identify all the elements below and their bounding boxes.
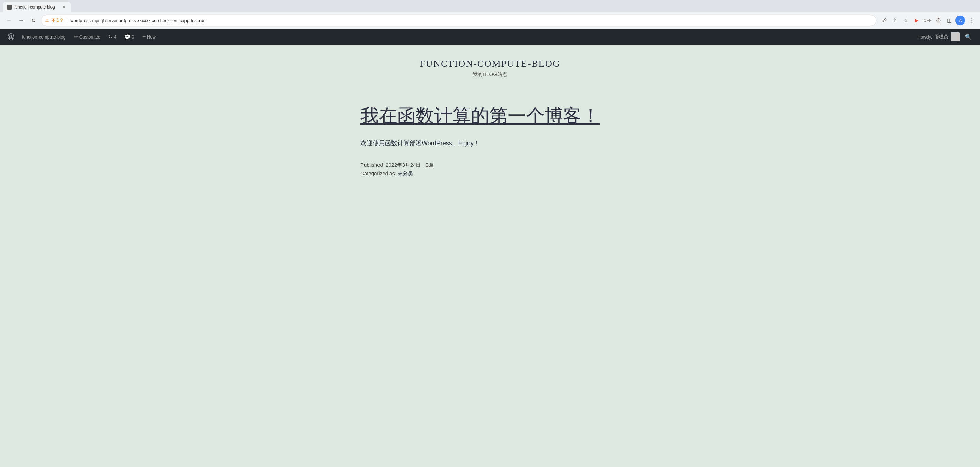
back-button[interactable]: ←	[4, 16, 14, 25]
profile-button[interactable]: A	[955, 16, 965, 25]
updates-link[interactable]: ↻ 4	[104, 29, 120, 44]
wp-admin-bar-left: function-compute-blog ✏ Customize ↻ 4 💬 …	[5, 29, 918, 44]
post-article: 我在函数计算的第一个博客！ 欢迎使用函数计算部署WordPress。Enjoy！…	[360, 105, 620, 177]
post-title[interactable]: 我在函数计算的第一个博客！	[360, 105, 620, 127]
browser-chrome: function-compute-blog ✕ ← → ↻ ⚠ 不安全 | wo…	[0, 0, 980, 29]
customize-link[interactable]: ✏ Customize	[70, 29, 104, 44]
howdy-username: 管理员	[935, 34, 948, 40]
comments-icon: 💬	[124, 34, 130, 40]
categorized-line: Categorized as 未分类	[360, 170, 620, 177]
post-excerpt: 欢迎使用函数计算部署WordPress。Enjoy！	[360, 138, 620, 149]
user-avatar	[951, 32, 959, 41]
published-line: Published 2022年3月24日 Edit	[360, 162, 620, 168]
updates-icon: ↻	[108, 34, 113, 40]
search-button[interactable]: 🔍	[962, 34, 975, 40]
customize-icon: ✏	[74, 34, 78, 40]
extensions-button[interactable]: ⛄	[934, 16, 943, 25]
share-button[interactable]: ⇧	[890, 16, 899, 25]
category-link[interactable]: 未分类	[398, 170, 413, 176]
plus-icon: +	[143, 34, 146, 40]
account-off-button[interactable]: OFF	[923, 16, 932, 25]
bookmark-button[interactable]: ☆	[901, 16, 910, 25]
toolbar-icons: ☍ ⇧ ☆ ▶ OFF ⛄ ◫ A ⋮	[879, 16, 976, 25]
published-date: 2022年3月24日	[386, 162, 421, 168]
wordpress-icon	[8, 33, 14, 40]
reload-button[interactable]: ↻	[29, 16, 38, 25]
comments-link[interactable]: 💬 0	[120, 29, 138, 44]
address-separator: |	[67, 18, 67, 23]
browser-tabs: function-compute-blog ✕	[0, 0, 980, 12]
site-name-link[interactable]: function-compute-blog	[18, 29, 70, 44]
post-container: 我在函数计算的第一个博客！ 欢迎使用函数计算部署WordPress。Enjoy！…	[360, 105, 620, 177]
address-bar[interactable]: ⚠ 不安全 | wordpress-mysql-serverlordpress-…	[41, 15, 877, 26]
browser-toolbar: ← → ↻ ⚠ 不安全 | wordpress-mysql-serverlord…	[0, 12, 980, 29]
howdy-text: Howdy,	[918, 35, 932, 40]
tab-close-button[interactable]: ✕	[61, 5, 67, 10]
new-content-link[interactable]: + New	[138, 29, 160, 44]
site-description: 我的BLOG站点	[420, 71, 560, 78]
forward-button[interactable]: →	[16, 16, 26, 25]
cast-button[interactable]: ◫	[945, 16, 954, 25]
wp-admin-bar: function-compute-blog ✏ Customize ↻ 4 💬 …	[0, 29, 980, 44]
security-label: 不安全	[51, 18, 64, 24]
categorized-label: Categorized as	[360, 170, 395, 176]
security-warning-icon: ⚠	[45, 18, 49, 23]
post-title-link[interactable]: 我在函数计算的第一个博客！	[360, 106, 600, 126]
tab-title: function-compute-blog	[14, 5, 59, 10]
screen-reader-button[interactable]: ☍	[879, 16, 889, 25]
wp-admin-bar-right: Howdy, 管理员 🔍	[918, 32, 975, 41]
post-meta: Published 2022年3月24日 Edit Categorized as…	[360, 162, 620, 177]
active-tab[interactable]: function-compute-blog ✕	[3, 2, 71, 12]
tab-favicon	[7, 5, 11, 10]
published-label: Published	[360, 162, 383, 168]
wp-logo[interactable]	[5, 31, 16, 42]
more-menu-button[interactable]: ⋮	[966, 16, 976, 25]
edit-link[interactable]: Edit	[425, 162, 433, 168]
site-title: FUNCTION-COMPUTE-BLOG	[420, 58, 560, 69]
howdy-section[interactable]: Howdy, 管理员	[918, 32, 959, 41]
extension-error-button[interactable]: ▶	[912, 16, 921, 25]
site-header: FUNCTION-COMPUTE-BLOG 我的BLOG站点	[420, 58, 560, 78]
site-background: FUNCTION-COMPUTE-BLOG 我的BLOG站点 我在函数计算的第一…	[0, 44, 980, 467]
address-url[interactable]: wordpress-mysql-serverlordpress-xxxxxx.c…	[70, 18, 872, 23]
